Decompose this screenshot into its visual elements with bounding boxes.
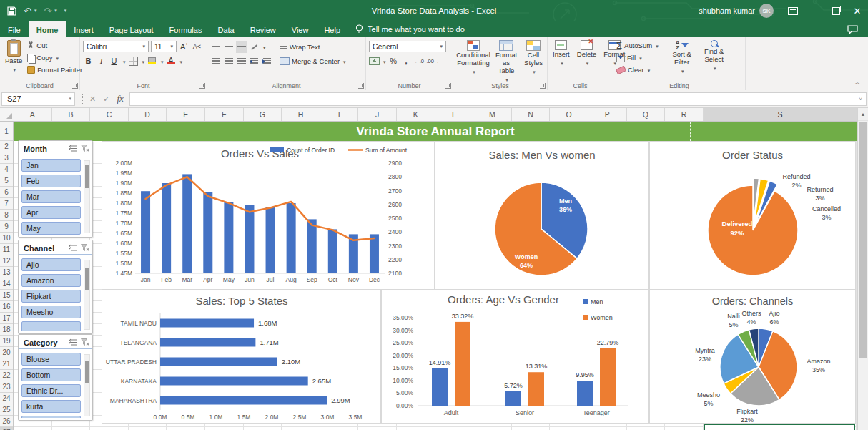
tab-insert[interactable]: Insert: [66, 21, 102, 37]
row-header-5[interactable]: 5: [0, 175, 13, 187]
tab-view[interactable]: View: [284, 21, 317, 37]
slicer-item-mar[interactable]: Mar: [21, 190, 81, 203]
cut-button[interactable]: Cut: [27, 39, 82, 52]
chart-orders-vs-sales[interactable]: Orders Vs SalesCount of Order IDSum of A…: [102, 141, 435, 290]
tab-data[interactable]: Data: [209, 21, 242, 37]
slicer-item-amazon[interactable]: Amazon: [21, 274, 81, 287]
row-header-9[interactable]: 9: [0, 221, 13, 233]
column-header-F[interactable]: F: [205, 108, 244, 121]
row-header-12[interactable]: 12: [0, 255, 13, 267]
ribbon-display-options-button[interactable]: [782, 0, 804, 21]
number-format-select[interactable]: General▾: [369, 41, 446, 52]
slicer-item-partial[interactable]: [21, 321, 81, 331]
clear-filter-icon[interactable]: [81, 338, 89, 346]
format-painter-button[interactable]: Format Painter: [27, 64, 82, 76]
row-header-15[interactable]: 15: [0, 290, 13, 301]
row-header-20[interactable]: 20: [0, 347, 13, 358]
align-middle-icon[interactable]: [223, 41, 234, 53]
column-header-A[interactable]: A: [14, 108, 52, 121]
decrease-indent-icon[interactable]: [249, 55, 260, 67]
row-header-24[interactable]: 24: [0, 393, 13, 404]
accounting-format-icon[interactable]: [369, 55, 380, 67]
slicer-item-feb[interactable]: Feb: [21, 175, 81, 187]
merge-center-button[interactable]: Merge & Center: [280, 54, 346, 68]
tab-file[interactable]: File: [0, 21, 29, 37]
copy-button[interactable]: Copy: [27, 52, 82, 64]
underline-button[interactable]: U: [109, 55, 119, 67]
row-header-2[interactable]: 2: [0, 141, 13, 152]
clipboard-dialog-launcher-icon[interactable]: [72, 83, 78, 89]
autosum-button[interactable]: ΣAutoSum: [616, 39, 659, 52]
insert-function-icon[interactable]: fx: [117, 93, 123, 104]
select-all-corner[interactable]: [0, 108, 14, 121]
shrink-font-icon[interactable]: A˂: [192, 41, 202, 53]
multiselect-icon[interactable]: [69, 145, 78, 152]
tab-help[interactable]: Help: [316, 21, 348, 37]
row-header-6[interactable]: 6: [0, 187, 13, 198]
cancel-icon[interactable]: ✕: [89, 94, 96, 104]
align-right-icon[interactable]: [236, 55, 247, 67]
row-header-13[interactable]: 13: [0, 267, 13, 278]
formula-expand-icon[interactable]: ˅: [859, 96, 862, 102]
align-bottom-icon[interactable]: [236, 41, 247, 53]
column-header-K[interactable]: K: [397, 108, 435, 121]
column-header-S[interactable]: S: [704, 108, 857, 121]
clear-button[interactable]: Clear: [616, 64, 659, 76]
tab-review[interactable]: Review: [242, 21, 284, 37]
percent-style-icon[interactable]: %: [388, 55, 399, 67]
clear-filter-icon[interactable]: [81, 244, 89, 252]
row-header-27[interactable]: 27: [0, 427, 13, 430]
vertical-scrollbar[interactable]: ▲: [857, 108, 868, 430]
redo-caret-icon[interactable]: ▾: [54, 8, 57, 14]
row-header-11[interactable]: 11: [0, 244, 13, 255]
slicer-item-may[interactable]: May: [21, 222, 81, 235]
chart-men-vs-women[interactable]: Sales: Men Vs womenMen36%Women64%: [435, 141, 649, 290]
column-header-E[interactable]: E: [167, 108, 205, 121]
row-header-23[interactable]: 23: [0, 381, 13, 393]
chart-top5-states[interactable]: Sales: Top 5 States0.0M0.5M1.0M1.5M2.0M2…: [102, 290, 381, 424]
restore-button[interactable]: [825, 0, 847, 21]
row-header-8[interactable]: 8: [0, 210, 13, 221]
comma-style-icon[interactable]: ,: [401, 55, 412, 67]
collapse-ribbon-icon[interactable]: ︿: [854, 78, 861, 87]
orientation-icon[interactable]: [249, 41, 260, 53]
slicer-item-bottom[interactable]: Bottom: [21, 368, 81, 381]
slicer-item-meesho[interactable]: Meesho: [21, 306, 81, 318]
column-header-Q[interactable]: Q: [627, 108, 666, 121]
bold-button[interactable]: B: [83, 55, 94, 67]
font-dialog-launcher-icon[interactable]: [199, 83, 205, 89]
decrease-decimal-icon[interactable]: .00→: [427, 55, 440, 67]
selected-cell-outline[interactable]: [704, 424, 855, 430]
minimize-button[interactable]: [804, 0, 825, 21]
fill-button[interactable]: Fill: [616, 52, 659, 64]
formula-input[interactable]: ˅: [129, 92, 867, 106]
save-icon[interactable]: [7, 6, 16, 16]
scroll-up-icon[interactable]: ▲: [858, 108, 868, 121]
alignment-dialog-launcher-icon[interactable]: [358, 83, 364, 89]
font-name-select[interactable]: Calibri▾: [83, 41, 149, 52]
column-header-M[interactable]: M: [473, 108, 512, 121]
column-header-P[interactable]: P: [588, 108, 627, 121]
conditional-formatting-button[interactable]: Conditional Formatting: [456, 39, 490, 77]
row-header-26[interactable]: 26: [0, 416, 13, 427]
multiselect-icon[interactable]: [69, 244, 78, 252]
slicer-scrollbar[interactable]: [84, 354, 90, 416]
format-as-table-button[interactable]: Format as Table: [493, 39, 519, 84]
chart-age-vs-gender[interactable]: Orders: Age Vs Gender35.00%30.00%25.00%2…: [381, 290, 649, 424]
slicer-item-blouse[interactable]: Blouse: [21, 353, 81, 366]
row-header-18[interactable]: 18: [0, 324, 13, 336]
row-header-14[interactable]: 14: [0, 278, 13, 290]
row-header-7[interactable]: 7: [0, 198, 13, 210]
avatar[interactable]: SK: [759, 4, 774, 18]
column-header-C[interactable]: C: [90, 108, 129, 121]
fill-color-icon[interactable]: [147, 55, 157, 67]
scrollbar-thumb[interactable]: [859, 122, 867, 358]
slicer-scrollbar[interactable]: [84, 260, 90, 330]
slicer-item-ethnic-dr-[interactable]: Ethnic Dr...: [21, 384, 81, 397]
column-header-J[interactable]: J: [358, 108, 397, 121]
tab-home[interactable]: Home: [29, 21, 66, 37]
row-header-16[interactable]: 16: [0, 301, 13, 313]
find-select-button[interactable]: Find & Select: [700, 39, 729, 73]
slicer-item-kurta[interactable]: kurta: [21, 400, 81, 413]
sort-filter-button[interactable]: AZ Sort & Filter: [667, 39, 697, 76]
